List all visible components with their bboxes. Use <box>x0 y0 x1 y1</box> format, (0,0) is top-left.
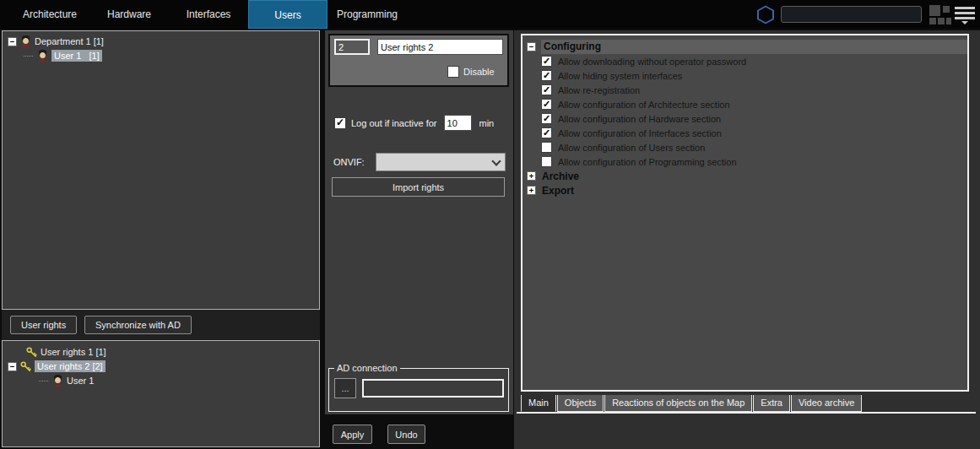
perm-item-label: Allow re-registration <box>558 85 640 95</box>
perm-group-label: Archive <box>542 170 579 182</box>
rights-button-bar: User rights Synchronize with AD <box>2 310 320 340</box>
ad-connection-field[interactable] <box>362 379 504 398</box>
hamburger-menu-icon[interactable] <box>955 7 975 24</box>
tree-node-user-rights-1[interactable]: User rights 1 [1] <box>23 345 106 359</box>
collapse-icon[interactable] <box>527 42 536 51</box>
nav-tab-hardware[interactable]: Hardware <box>89 0 169 29</box>
expand-icon[interactable] <box>527 171 536 181</box>
logout-minutes-field[interactable] <box>444 115 472 131</box>
tab-main[interactable]: Main <box>521 395 556 412</box>
perm-item[interactable]: Allow downloading without operator passw… <box>522 54 967 68</box>
perm-group-label: Configuring <box>541 40 967 54</box>
user-rights-tree-panel: User rights 1 [1] User rights 2 [2] User… <box>2 340 320 447</box>
perm-item[interactable]: Allow configuration of Users section <box>522 140 967 154</box>
expand-icon[interactable] <box>527 186 536 195</box>
perm-group-configuring[interactable]: Configuring <box>522 40 967 54</box>
department-tree-panel: Department 1 [1] User 1 [1] <box>2 30 320 310</box>
top-nav-bar: Architecture Hardware Interfaces Users P… <box>0 0 980 29</box>
perm-item[interactable]: Allow configuration of Interfaces sectio… <box>522 126 967 140</box>
tab-reactions[interactable]: Reactions of objects on the Map <box>604 395 752 412</box>
logout-row: Log out if inactive for min <box>334 115 507 131</box>
perm-item[interactable]: Allow configuration of Architecture sect… <box>522 97 967 111</box>
perm-checkbox[interactable] <box>541 113 552 124</box>
onvif-label: ONVIF: <box>333 157 365 167</box>
disable-checkbox[interactable] <box>447 66 459 78</box>
perm-item[interactable]: Allow configuration of Programming secti… <box>522 154 967 169</box>
perm-checkbox[interactable] <box>541 84 552 95</box>
tab-objects[interactable]: Objects <box>557 395 604 412</box>
permissions-tab-control: Configuring Allow downloading without op… <box>517 32 976 414</box>
person-icon <box>19 35 32 48</box>
tree-node-user-rights-2[interactable]: User rights 2 [2] <box>8 360 106 373</box>
collapse-icon[interactable] <box>8 37 17 46</box>
browse-button[interactable]: ... <box>334 378 356 398</box>
nav-tab-interfaces[interactable]: Interfaces <box>169 0 248 29</box>
perm-item-label: Allow configuration of Interfaces sectio… <box>558 128 722 138</box>
perm-item-label: Allow hiding system interfaces <box>558 71 682 81</box>
perm-item-label: Allow downloading without operator passw… <box>558 57 746 67</box>
perm-group-label: Export <box>542 185 574 197</box>
logout-checkbox[interactable] <box>334 117 346 129</box>
perm-group-archive[interactable]: Archive <box>522 169 967 183</box>
perm-checkbox[interactable] <box>541 70 552 81</box>
settings-form-panel: Disable Log out if inactive for min ONVI… <box>325 30 513 414</box>
perm-item-label: Allow configuration of Hardware section <box>558 114 721 124</box>
disable-label: Disable <box>463 67 495 77</box>
chevron-down-icon <box>491 156 501 165</box>
disable-row: Disable <box>447 66 495 78</box>
key-icon <box>19 360 32 373</box>
perm-group-export[interactable]: Export <box>522 183 967 197</box>
logout-label: Log out if inactive for <box>351 118 437 128</box>
person-icon <box>36 50 49 62</box>
tree-node-label-selected: User 1 [1] <box>51 50 102 62</box>
perm-item[interactable]: Allow configuration of Hardware section <box>522 111 967 126</box>
collapse-icon[interactable] <box>8 362 17 371</box>
search-input[interactable] <box>781 6 922 23</box>
bottom-tab-strip: Main Objects Reactions of objects on the… <box>521 395 863 412</box>
onvif-dropdown[interactable] <box>376 153 506 171</box>
tab-extra[interactable]: Extra <box>753 395 790 412</box>
perm-item-label: Allow configuration of Programming secti… <box>558 157 737 167</box>
perm-item[interactable]: Allow re-registration <box>522 83 967 97</box>
tab-video-archive[interactable]: Video archive <box>791 395 862 412</box>
ad-connection-group: AD connection ... <box>328 368 509 412</box>
tree-node-department[interactable]: Department 1 [1] <box>8 35 104 48</box>
tree-node-user[interactable]: User 1 [1] <box>23 49 102 62</box>
tree-node-label: User 1 <box>67 376 94 386</box>
import-rights-button[interactable]: Import rights <box>332 177 505 197</box>
apply-button[interactable]: Apply <box>333 425 372 444</box>
tree-node-label-selected: User rights 2 [2] <box>35 360 106 372</box>
undo-button[interactable]: Undo <box>387 425 425 444</box>
perm-checkbox[interactable] <box>541 156 552 167</box>
nav-tab-users[interactable]: Users <box>248 0 328 29</box>
perm-checkbox[interactable] <box>541 56 552 67</box>
perm-checkbox[interactable] <box>541 127 552 138</box>
user-rights-button[interactable]: User rights <box>10 316 77 334</box>
nav-tabs: Architecture Hardware Interfaces Users P… <box>10 0 407 29</box>
tree-connector <box>24 56 33 57</box>
object-name-field[interactable] <box>377 39 503 55</box>
apps-grid-icon[interactable] <box>929 5 951 24</box>
perm-item-label: Allow configuration of Users section <box>558 143 705 153</box>
onvif-row: ONVIF: <box>333 153 506 171</box>
perm-checkbox[interactable] <box>541 142 552 153</box>
tree-node-user-1[interactable]: User 1 <box>38 374 94 387</box>
nav-tab-architecture[interactable]: Architecture <box>10 0 89 29</box>
permissions-column: Configuring Allow downloading without op… <box>514 30 980 449</box>
person-icon <box>51 375 64 387</box>
perm-item-label: Allow configuration of Architecture sect… <box>558 100 730 110</box>
key-icon <box>25 346 38 359</box>
ad-connection-legend: AD connection <box>334 363 400 373</box>
tree-node-label: User rights 1 [1] <box>41 347 106 357</box>
hexagon-logo-icon <box>756 5 775 24</box>
synchronize-ad-button[interactable]: Synchronize with AD <box>84 316 192 334</box>
perm-item[interactable]: Allow hiding system interfaces <box>522 68 967 83</box>
tree-connector <box>39 381 48 381</box>
tree-node-label: Department 1 [1] <box>35 36 104 46</box>
nav-tab-programming[interactable]: Programming <box>328 0 407 29</box>
logout-unit-label: min <box>479 118 495 128</box>
object-header-box: Disable <box>328 34 509 87</box>
object-id-field[interactable] <box>334 39 370 55</box>
permissions-tree: Configuring Allow downloading without op… <box>521 34 969 392</box>
perm-checkbox[interactable] <box>541 99 552 110</box>
